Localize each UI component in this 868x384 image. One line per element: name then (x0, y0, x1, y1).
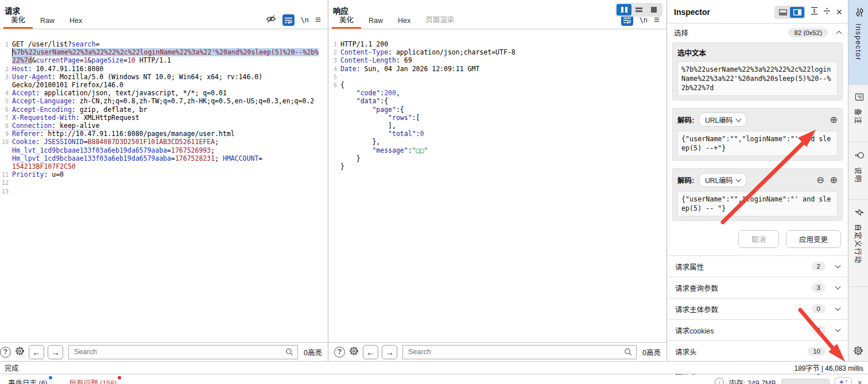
help-icon[interactable]: ? (334, 347, 345, 358)
chevron-up-icon[interactable] (836, 30, 842, 36)
add-decoder-icon[interactable]: ⊕ (830, 176, 838, 184)
search-settings-gear-icon[interactable] (348, 346, 359, 359)
inspector-section[interactable]: 请求主体参数0 (667, 298, 848, 319)
code-line: 1HTTP/1.1 200 (328, 40, 666, 48)
encoding-dropdown[interactable]: URL编码 (699, 113, 747, 127)
layout-stacked-icon[interactable] (631, 4, 646, 15)
status-row: 完成 189字节 | 46,083 millis (0, 361, 868, 374)
code-line: 8Connection: keep-alive (0, 122, 328, 130)
split-vertical-icon[interactable] (790, 7, 804, 18)
settings-gear-icon[interactable] (848, 345, 868, 356)
inspector-title: Inspector (674, 7, 710, 17)
code-line: 9Referer: http://10.47.91.116:8080/pages… (0, 130, 328, 138)
code-line: 7X-Requested-With: XMLHttpRequest (0, 114, 328, 122)
editor-menu-icon[interactable]: ≡ (654, 17, 660, 23)
rail-tab-docs[interactable]: 说明 (848, 142, 868, 200)
response-search-bar: ? ← → 0高亮 (328, 342, 666, 361)
tab-render[interactable]: 页面渲染 (418, 11, 462, 29)
inspector-section[interactable]: 请求查询参数3 (667, 277, 848, 298)
rail-label: 说明 (853, 167, 864, 183)
rail-tab-notes[interactable]: 备注 (848, 85, 868, 142)
inspector-section[interactable]: 请求头10 (667, 340, 848, 362)
tab-hex[interactable]: Hex (390, 14, 418, 29)
ai-sparkle-button[interactable]: ✦⁺ (835, 377, 852, 384)
request-title: 请求 (0, 0, 328, 14)
inspector-section[interactable]: 请求属性2 (667, 255, 848, 277)
split-horizontal-icon[interactable] (776, 7, 790, 18)
tab-hex[interactable]: Hex (62, 14, 90, 29)
editor-menu-icon[interactable]: ≡ (315, 17, 321, 23)
search-box (68, 345, 298, 359)
chevron-down-icon[interactable] (835, 284, 841, 290)
highlight-count: 0高亮 (642, 347, 661, 358)
chevron-down-icon[interactable] (835, 327, 841, 332)
request-search-input[interactable] (73, 347, 285, 356)
code-line: 2Host: 10.47.91.116:8080 (0, 65, 328, 73)
section-label: 请求主体参数 (675, 304, 718, 315)
next-match-button[interactable]: → (48, 345, 63, 359)
chevron-down-icon[interactable] (835, 263, 841, 269)
tune-icon (853, 8, 864, 17)
inspector-section[interactable]: 请求cookies4 (667, 319, 848, 340)
selected-text-label: 选中文本 (677, 47, 838, 58)
status-done: 完成 (5, 363, 18, 373)
help-icon[interactable]: ? (0, 347, 11, 358)
section-label: 请求cookies (675, 325, 714, 336)
expand-all-icon[interactable] (811, 7, 818, 17)
selected-text-box: 选中文本 %7b%22userName%22%3a%22%22%2c%22log… (672, 42, 843, 100)
decoded-text-content[interactable]: {"userName":"","loginName":"' and sleep(… (677, 131, 838, 156)
code-line: 6Accept-Encoding: gzip, deflate, br (0, 106, 328, 114)
lightbulb-icon (852, 152, 865, 160)
search-box (402, 345, 637, 359)
tab-pretty[interactable]: 美化 (332, 11, 361, 29)
chevron-down-icon (736, 116, 742, 122)
search-settings-gear-icon[interactable] (14, 346, 25, 359)
rail-label: 备注 (853, 108, 864, 125)
rail-tab-actions[interactable]: 自定义行动 (848, 200, 868, 287)
add-decoder-icon[interactable]: ⊕ (830, 116, 838, 124)
tab-raw[interactable]: Raw (361, 14, 390, 29)
newline-icon[interactable]: \n (640, 16, 648, 24)
word-wrap-icon[interactable] (282, 14, 294, 26)
close-icon[interactable]: × (857, 378, 862, 384)
code-line: 13 (0, 187, 328, 195)
remove-decoder-icon[interactable]: ⊖ (816, 176, 824, 184)
selected-text-content[interactable]: %7b%22userName%22%3a%22%22%2c%22loginNam… (677, 61, 838, 96)
layout-single-icon[interactable] (646, 4, 661, 15)
all-issues-link[interactable]: 所有问题 (158) (69, 377, 122, 384)
newline-icon[interactable]: \n (301, 16, 309, 24)
collapse-all-icon[interactable] (823, 7, 831, 17)
section-count-badge: 10 (808, 347, 826, 356)
encoding-dropdown[interactable]: URL编码 (699, 173, 747, 187)
request-editor[interactable]: 1GET /user/list?search=%7b%22userName%22… (0, 38, 328, 342)
cancel-button[interactable]: 取消 (738, 230, 779, 248)
apply-changes-button[interactable]: 应用变更 (786, 230, 841, 248)
section-count-badge: 4 (812, 325, 826, 335)
next-match-button[interactable]: → (382, 345, 397, 359)
section-label: 请求头 (675, 346, 697, 357)
highlight-count: 0高亮 (304, 347, 322, 358)
response-search-input[interactable] (407, 347, 624, 356)
note-icon (853, 94, 864, 102)
decoded-text-content[interactable]: {"userName":"","loginName":"' and sleep(… (677, 191, 838, 216)
selection-section-header[interactable]: 选择 82 (0x52) (667, 23, 848, 41)
layout-columns-icon[interactable] (617, 4, 631, 15)
chevron-down-icon[interactable] (835, 305, 841, 311)
chevron-down-icon (736, 176, 742, 182)
code-line: 10Cookie: JSESSIONID=B884087D3D2501F101A… (0, 138, 328, 170)
inspector-panel: Inspector × 选择 82 (0x52) 选中文本 % (667, 0, 848, 361)
close-icon[interactable]: × (836, 8, 842, 16)
prev-match-button[interactable]: ← (29, 345, 44, 359)
response-editor[interactable]: 1HTTP/1.1 2002Content-Type: application/… (328, 38, 666, 342)
hide-eye-icon[interactable] (266, 15, 276, 25)
tab-raw[interactable]: Raw (33, 14, 62, 29)
event-log-link[interactable]: 事件日志 (6) (8, 377, 52, 384)
rail-tab-inspector[interactable]: Inspector (848, 0, 868, 85)
code-line: 12 (0, 179, 328, 187)
memory-label: 内存: 249.7MB (729, 377, 776, 384)
chevron-down-icon[interactable] (835, 348, 841, 354)
right-rail: Inspector 备注 说明 自定义行动 (848, 0, 868, 361)
tab-pretty[interactable]: 美化 (3, 11, 33, 29)
code-line: 4Date: Sun, 04 Jan 2026 12:09:11 GMT (328, 65, 666, 73)
prev-match-button[interactable]: ← (363, 345, 378, 359)
